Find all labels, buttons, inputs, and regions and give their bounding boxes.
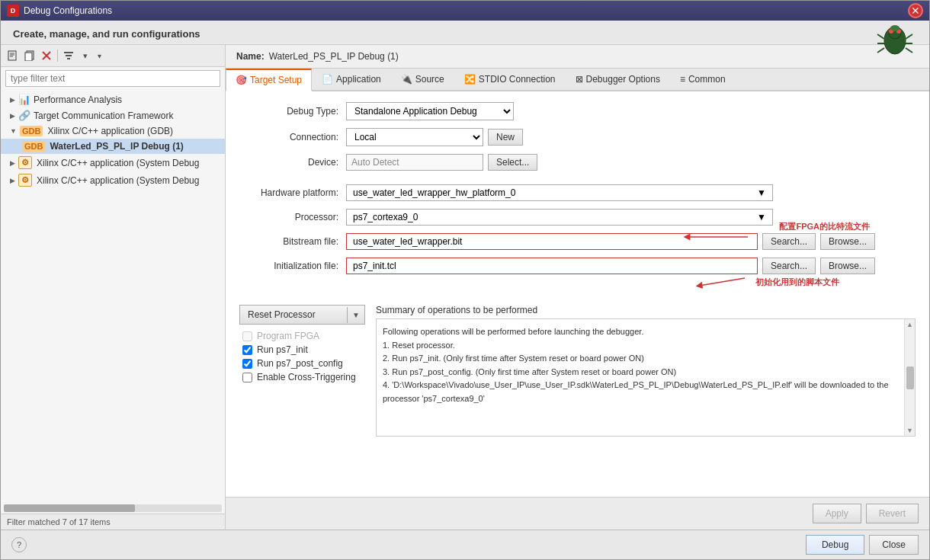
device-control: Select... xyxy=(346,154,916,171)
run-ps7-post-checkbox[interactable] xyxy=(242,359,252,369)
svg-point-10 xyxy=(890,25,900,31)
bitstream-control: use_water_led_wrapper.bit Search... Brow… xyxy=(346,233,916,250)
tab-label: STDIO Connection xyxy=(479,74,556,85)
processor-select[interactable]: ps7_cortexa9_0 ▼ xyxy=(346,209,773,226)
collapse-button[interactable]: ▾ xyxy=(78,48,93,63)
init-row: Initialization file: ps7_init.tcl Search… xyxy=(239,258,916,274)
bottom-action-bar: Apply Revert xyxy=(226,497,929,530)
new-connection-button[interactable]: New xyxy=(488,129,523,146)
processor-value: ps7_cortexa9_0 xyxy=(353,212,418,222)
sys2-icon: ⚙ xyxy=(18,174,32,187)
expand-arrow: ▶ xyxy=(10,112,15,120)
title-bar: D Debug Configurations ✕ xyxy=(1,1,929,21)
main-content: ▾ ▾ ▶ 📊 Performance Analysis ▶ 🔗 Target … xyxy=(1,45,929,530)
connection-select[interactable]: Local xyxy=(346,128,483,146)
select-device-button[interactable]: Select... xyxy=(488,154,537,171)
scroll-thumb[interactable] xyxy=(906,366,914,389)
debug-type-select[interactable]: Standalone Application Debug xyxy=(346,102,514,120)
tab-label: Common xyxy=(688,74,726,85)
summary-title: Summary of operations to be performed xyxy=(376,305,916,315)
filter-input[interactable] xyxy=(5,70,220,87)
tree-item-label: Target Communication Framework xyxy=(34,110,173,121)
debug-configurations-window: D Debug Configurations ✕ Create, manage,… xyxy=(0,0,930,560)
processor-control: ps7_cortexa9_0 ▼ xyxy=(346,209,916,226)
enable-cross-checkbox[interactable] xyxy=(242,373,252,382)
processor-arrow: ▼ xyxy=(757,212,766,222)
action-buttons: Debug Close xyxy=(806,535,919,555)
source-icon: 🔌 xyxy=(401,74,412,85)
bitstream-value: use_water_led_wrapper.bit xyxy=(353,236,462,247)
summary-box: Following operations will be performed b… xyxy=(376,318,916,437)
scroll-down[interactable]: ▼ xyxy=(906,427,914,434)
revert-button[interactable]: Revert xyxy=(866,504,919,523)
tree-item-label: Xilinx C/C++ application (GDB) xyxy=(47,126,173,136)
hw-platform-row: Hardware platform: use_water_led_wrapper… xyxy=(239,184,916,201)
scroll-up[interactable]: ▲ xyxy=(906,321,914,328)
horizontal-scrollbar[interactable] xyxy=(4,504,222,512)
sys1-icon: ⚙ xyxy=(18,156,32,169)
bitstream-row: Bitstream file: use_water_led_wrapper.bi… xyxy=(239,233,916,250)
tree-item-xilinx-sys1[interactable]: ▶ ⚙ Xilinx C/C++ application (System Deb… xyxy=(1,154,225,171)
expand-arrow: ▶ xyxy=(10,177,15,184)
init-browse-button[interactable]: Browse... xyxy=(820,258,875,274)
tree-item-waterled[interactable]: GDB WaterLed_PS_PL_IP Debug (1) xyxy=(1,139,225,154)
summary-text: Following operations will be performed b… xyxy=(377,319,915,436)
init-search-button[interactable]: Search... xyxy=(762,258,816,274)
run-ps7-init-label: Run ps7_init xyxy=(257,344,308,355)
tcf-icon: 🔗 xyxy=(18,110,30,121)
hw-platform-select[interactable]: use_water_led_wrapper_hw_platform_0 ▼ xyxy=(346,184,773,201)
tree-item-xilinx-sys2[interactable]: ▶ ⚙ Xilinx C/C++ application (System Deb… xyxy=(1,171,225,189)
filter-button[interactable] xyxy=(61,48,76,63)
close-button[interactable]: Close xyxy=(869,535,919,555)
copy-config-button[interactable] xyxy=(22,48,37,63)
svg-rect-20 xyxy=(66,55,72,56)
tab-target-setup[interactable]: 🎯 Target Setup xyxy=(226,69,312,91)
debug-type-row: Debug Type: Standalone Application Debug xyxy=(239,102,916,120)
reset-dropdown-arrow[interactable]: ▼ xyxy=(347,307,364,323)
summary-scrollbar[interactable]: ▲ ▼ xyxy=(904,319,915,436)
very-bottom-bar: ? Debug Close xyxy=(1,530,929,559)
svg-line-2 xyxy=(877,34,884,39)
program-fpga-label: Program FPGA xyxy=(257,331,319,341)
debug-button[interactable]: Debug xyxy=(806,535,864,555)
close-window-button[interactable]: ✕ xyxy=(908,3,923,18)
separator xyxy=(57,50,58,62)
tab-label: Debugger Options xyxy=(586,74,660,85)
processor-label: Processor: xyxy=(239,212,346,222)
bitstream-search-button[interactable]: Search... xyxy=(762,233,816,250)
svg-rect-19 xyxy=(64,52,73,53)
tab-stdio[interactable]: 🔀 STDIO Connection xyxy=(454,69,566,90)
tree-item-performance[interactable]: ▶ 📊 Performance Analysis xyxy=(1,91,225,107)
tab-common[interactable]: ≡ Common xyxy=(670,69,736,90)
connection-row: Connection: Local New xyxy=(239,128,916,146)
tab-debugger-options[interactable]: ⊠ Debugger Options xyxy=(566,69,670,90)
svg-rect-21 xyxy=(67,58,70,59)
connection-control: Local New xyxy=(346,128,916,146)
device-input[interactable] xyxy=(346,154,483,171)
help-button[interactable]: ? xyxy=(11,537,27,552)
tree-item-xilinx-gdb[interactable]: ▼ GDB Xilinx C/C++ application (GDB) xyxy=(1,123,225,139)
bitstream-label: Bitstream file: xyxy=(239,236,346,247)
summary-area: Summary of operations to be performed Fo… xyxy=(376,305,916,437)
bitstream-browse-button[interactable]: Browse... xyxy=(820,233,875,250)
delete-config-button[interactable] xyxy=(39,48,54,63)
tab-application[interactable]: 📄 Application xyxy=(312,69,391,90)
gdb-icon: GDB xyxy=(20,126,43,136)
bitstream-section: Bitstream file: use_water_led_wrapper.bi… xyxy=(239,233,916,250)
tree-item-label: Xilinx C/C++ application (System Debug xyxy=(37,158,199,168)
app-icon: D xyxy=(7,5,19,17)
header-bar: Create, manage, and run configurations xyxy=(1,21,929,45)
hw-platform-value: use_water_led_wrapper_hw_platform_0 xyxy=(353,187,515,198)
processor-row: Processor: ps7_cortexa9_0 ▼ xyxy=(239,209,916,226)
header-title: Create, manage, and run configurations xyxy=(13,28,200,40)
program-fpga-checkbox[interactable] xyxy=(242,331,252,341)
more-button[interactable]: ▾ xyxy=(95,50,104,62)
debug-type-label: Debug Type: xyxy=(239,106,346,117)
new-config-button[interactable] xyxy=(5,48,21,63)
run-ps7-init-checkbox[interactable] xyxy=(242,345,252,355)
tree-item-tcf[interactable]: ▶ 🔗 Target Communication Framework xyxy=(1,107,225,123)
reset-processor-button[interactable]: Reset Processor ▼ xyxy=(239,305,365,325)
tab-source[interactable]: 🔌 Source xyxy=(391,69,454,90)
apply-button[interactable]: Apply xyxy=(813,504,861,523)
right-panel: Name: WaterLed_PS_PL_IP Debug (1) 🎯 Targ… xyxy=(226,45,929,530)
